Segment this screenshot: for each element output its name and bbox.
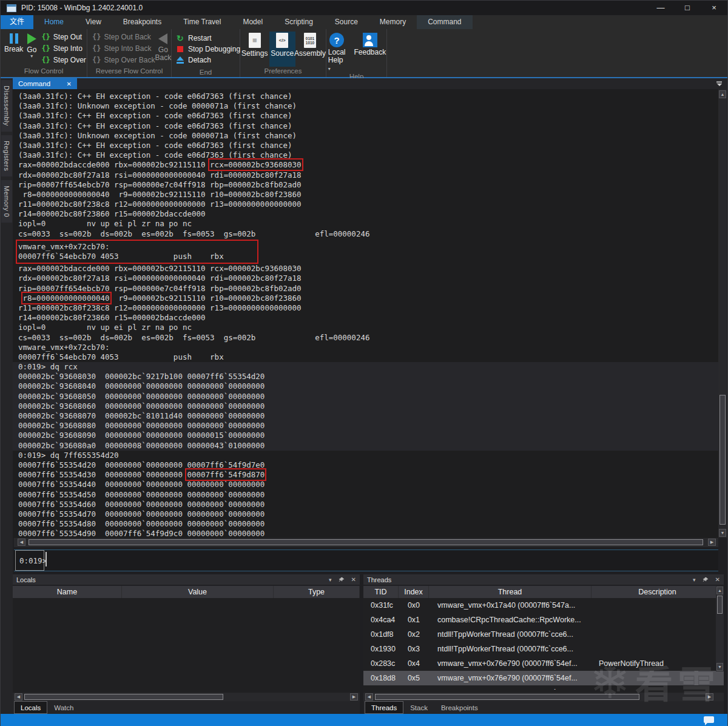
scrollbar-thumb[interactable]	[717, 596, 723, 614]
go-back-button[interactable]: Go Back	[155, 32, 172, 67]
local-help-button[interactable]: ? Local Help ▾	[324, 32, 350, 72]
sidebar-tab-memory[interactable]: Memory 0	[1, 180, 12, 223]
column-header-name[interactable]: Name	[13, 586, 122, 598]
scrollbar-thumb[interactable]	[29, 539, 703, 545]
red-highlight-box: rcx=000002bc93608030	[210, 160, 302, 169]
sidebar-tab-registers[interactable]: Registers	[1, 135, 12, 176]
pin-icon[interactable]	[339, 577, 345, 583]
tab-breakpoints[interactable]: Breakpoints	[112, 15, 172, 29]
cell-index: 0x5	[399, 674, 429, 682]
command-line: 000002bc`93608050 00000000`00000000 0000…	[18, 392, 718, 402]
tab-memory[interactable]: Memory	[369, 15, 417, 29]
step-into-button[interactable]: {}Step Into	[41, 44, 86, 53]
table-row[interactable]: 0x31fc0x0vmware_vmx+0x17a40 (00007ff6`54…	[363, 598, 724, 613]
feedback-bubble-icon[interactable]	[704, 716, 714, 723]
chevron-down-icon[interactable]: ▾	[30, 54, 33, 59]
tab-watch[interactable]: Watch	[47, 701, 80, 714]
stop-debugging-button[interactable]: Stop Debugging	[177, 44, 240, 55]
sidebar-tab-disassembly[interactable]: Disassembly	[1, 80, 12, 132]
tab-home[interactable]: Home	[33, 15, 75, 29]
scroll-left-icon[interactable]: ◀	[18, 539, 25, 546]
table-row[interactable]: 0x19300x3ntdll!TppWorkerThread (00007ffc…	[363, 642, 724, 656]
command-input[interactable]	[47, 550, 718, 571]
scroll-right-icon[interactable]: ▶	[706, 693, 713, 701]
tab-source[interactable]: Source	[324, 15, 369, 29]
threads-vertical-scrollbar[interactable]: ▲ ▼	[716, 586, 724, 671]
command-line: 00007ff6`55354d20 00000000`00000000 0000…	[18, 460, 718, 470]
threads-horizontal-scrollbar[interactable]: ◀ ▶	[363, 693, 724, 701]
tab-stack[interactable]: Stack	[403, 701, 434, 714]
tab-command[interactable]: Command	[417, 15, 472, 29]
cell-thread: ntdll!TppWorkerThread (00007ffc`cce6...	[429, 630, 592, 639]
command-output[interactable]: (3aa0.31fc): C++ EH exception - code e06…	[13, 89, 718, 538]
command-horizontal-scrollbar[interactable]: ◀ ▶	[14, 538, 718, 547]
maximize-button[interactable]: □	[674, 1, 701, 15]
break-button[interactable]: Break	[4, 32, 23, 67]
step-over-back-button[interactable]: {}Step Over Back	[92, 56, 155, 64]
minimize-button[interactable]: —	[647, 1, 674, 15]
column-header-type[interactable]: Type	[274, 586, 360, 598]
scroll-left-icon[interactable]: ◀	[15, 693, 22, 701]
table-row[interactable]: 0x2a540x6vmware_vmx+0x76e790 (00007ff6`5…	[363, 685, 724, 690]
table-row[interactable]: 0x1df80x2ntdll!TppWorkerThread (00007ffc…	[363, 627, 724, 642]
scroll-right-icon[interactable]: ▶	[708, 539, 716, 546]
scrollbar-thumb[interactable]	[720, 395, 726, 525]
step-out-back-button[interactable]: {}Step Out Back	[92, 33, 155, 41]
close-icon[interactable]: ✕	[351, 576, 356, 583]
command-vertical-scrollbar[interactable]: ▲ ▼	[718, 89, 727, 538]
scroll-up-icon[interactable]: ▲	[719, 90, 726, 98]
command-document-tab[interactable]: Command ✕	[13, 78, 77, 89]
close-icon[interactable]: ✕	[715, 576, 720, 583]
tab-view[interactable]: View	[75, 15, 112, 29]
scroll-down-icon[interactable]: ▼	[716, 663, 723, 671]
step-into-back-button[interactable]: {}Step Into Back	[92, 44, 155, 53]
source-button[interactable]: </> Source	[269, 32, 296, 67]
locals-title-bar[interactable]: Locals ▾ ✕	[13, 574, 360, 585]
column-header-description[interactable]: Description	[592, 586, 724, 598]
braces-icon: {}	[41, 33, 50, 41]
pin-icon[interactable]	[703, 577, 709, 583]
detach-button[interactable]: Detach	[177, 55, 240, 66]
close-icon[interactable]: ✕	[67, 81, 72, 87]
settings-button[interactable]: ≡ Settings	[241, 32, 268, 67]
column-header-thread[interactable]: Thread	[429, 586, 592, 598]
tab-locals[interactable]: Locals	[14, 701, 47, 714]
close-button[interactable]: ×	[701, 1, 727, 15]
assembly-button[interactable]: 0101 1010 Assembly	[297, 32, 323, 67]
feedback-button[interactable]: Feedback	[350, 32, 391, 72]
tab-file[interactable]: 文件	[1, 15, 33, 29]
chevron-down-icon[interactable]: ▾	[329, 577, 332, 583]
table-row[interactable]: 0x283c0x4vmware_vmx+0x76e790 (00007ff6`5…	[363, 656, 724, 671]
tab-model[interactable]: Model	[232, 15, 274, 29]
command-line: 00007ff6`55354d90 00007ff6`54f9d9c0 0000…	[18, 529, 718, 538]
table-row[interactable]: 0x18d80x5vmware_vmx+0x76e790 (00007ff6`5…	[363, 671, 724, 685]
locals-body[interactable]	[13, 598, 360, 693]
command-line: 00007ff6`55354d80 00000000`00000000 0000…	[18, 519, 718, 529]
step-over-button[interactable]: {}Step Over	[41, 56, 86, 64]
scroll-left-icon[interactable]: ◀	[365, 693, 373, 701]
scroll-up-icon[interactable]: ▲	[716, 587, 723, 594]
restart-button[interactable]: ↻Restart	[177, 33, 240, 44]
table-row[interactable]: 0x4ca40x1combase!CRpcThreadCache::RpcWor…	[363, 613, 724, 627]
chevron-down-icon[interactable]: ▾	[693, 577, 696, 583]
step-out-button[interactable]: {}Step Out	[41, 33, 86, 41]
column-header-tid[interactable]: TID	[363, 586, 399, 598]
person-icon	[363, 33, 377, 47]
scroll-right-icon[interactable]: ▶	[350, 693, 358, 701]
locals-horizontal-scrollbar[interactable]: ◀ ▶	[13, 693, 360, 701]
threads-body[interactable]: 0x31fc0x0vmware_vmx+0x17a40 (00007ff6`54…	[363, 598, 724, 693]
tab-scripting[interactable]: Scripting	[274, 15, 324, 29]
tab-time-travel[interactable]: Time Travel	[172, 15, 232, 29]
tab-breakpoints[interactable]: Breakpoints	[434, 701, 485, 714]
scrollbar-thumb[interactable]	[24, 694, 223, 700]
scroll-down-icon[interactable]: ▼	[719, 529, 726, 537]
collapse-ribbon-icon[interactable]	[716, 81, 722, 86]
braces-icon: {}	[41, 44, 50, 53]
column-header-value[interactable]: Value	[122, 586, 274, 598]
scrollbar-thumb[interactable]	[375, 694, 639, 700]
threads-title-bar[interactable]: Threads ▾ ✕	[363, 574, 724, 585]
column-header-index[interactable]: Index	[399, 586, 429, 598]
threads-tab-strip: Threads Stack Breakpoints	[363, 701, 724, 714]
tab-threads[interactable]: Threads	[365, 701, 403, 714]
go-button[interactable]: Go ▾	[27, 32, 36, 67]
